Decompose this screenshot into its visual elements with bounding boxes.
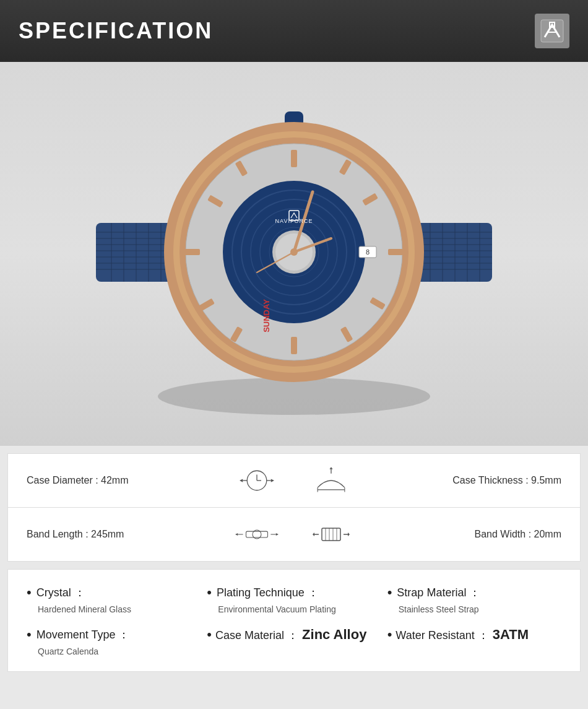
svg-point-64 (290, 248, 298, 256)
feature-water-resistant-value: 3ATM (493, 627, 529, 643)
feature-movement-value: Quartz Calenda (27, 646, 201, 656)
svg-rect-82 (246, 531, 268, 537)
case-diameter-icon (220, 465, 294, 496)
specs-row-case: Case Diameter : 42mm (8, 454, 580, 508)
svg-rect-51 (388, 249, 405, 255)
feature-plating: Plating Technique ： Environmental Vacuum… (207, 585, 381, 614)
svg-marker-74 (271, 479, 274, 482)
feature-movement: Movement Type ： Quartz Calenda (27, 627, 201, 656)
feature-plating-title: Plating Technique ： (207, 585, 381, 601)
features-section: Crystal ： Hardened Mineral Glass Plating… (7, 569, 581, 672)
case-thickness-item: Case Thickness : 9.5mm (368, 475, 561, 486)
svg-marker-87 (276, 533, 279, 536)
svg-marker-85 (235, 533, 238, 536)
svg-rect-88 (322, 528, 340, 541)
svg-rect-52 (183, 249, 200, 255)
brand-logo (535, 14, 569, 48)
feature-crystal-title: Crystal ： (27, 585, 201, 601)
feature-movement-title: Movement Type ： (27, 627, 201, 643)
feature-strap-title: Strap Material ： (387, 585, 561, 601)
feature-plating-value: Environmental Vacuum Plating (207, 604, 381, 614)
svg-text:NAVIFORCE: NAVIFORCE (275, 218, 313, 224)
svg-text:SUNDAY: SUNDAY (262, 299, 271, 333)
band-length-item: Band Length : 245mm (27, 529, 220, 540)
feature-water-resistant: Water Resistant ： 3ATM (387, 627, 561, 656)
band-width-label: Band Width : 20mm (475, 529, 562, 540)
feature-case-material-value: Zinc Alloy (302, 627, 366, 643)
feature-case-material: Case Material ： Zinc Alloy (207, 627, 381, 656)
specs-row-band: Band Length : 245mm (8, 508, 580, 561)
svg-text:8: 8 (366, 248, 370, 256)
feature-crystal: Crystal ： Hardened Mineral Glass (27, 585, 201, 614)
page-title: SPECIFICATION (19, 18, 213, 44)
case-thickness-label: Case Thickness : 9.5mm (452, 475, 561, 486)
features-grid: Crystal ： Hardened Mineral Glass Plating… (27, 585, 561, 656)
svg-point-2 (158, 378, 430, 415)
case-diameter-label: Case Diameter : 42mm (27, 475, 129, 486)
feature-strap-value: Stainless Steel Strap (387, 604, 561, 614)
band-width-icon (294, 519, 368, 550)
watch-illustration: 8 SUNDAY NAVIFORCE (77, 74, 511, 433)
feature-water-resistant-title: Water Resistant ： 3ATM (387, 627, 561, 643)
svg-rect-49 (291, 150, 297, 167)
svg-marker-78 (329, 467, 332, 469)
svg-rect-50 (291, 337, 297, 354)
watch-image-area: 8 SUNDAY NAVIFORCE (0, 62, 588, 446)
svg-marker-90 (313, 533, 314, 536)
case-thickness-icon (294, 465, 368, 496)
feature-strap: Strap Material ： Stainless Steel Strap (387, 585, 561, 614)
svg-marker-72 (240, 479, 243, 482)
feature-case-material-title: Case Material ： Zinc Alloy (207, 627, 381, 643)
svg-marker-92 (348, 533, 350, 536)
band-length-label: Band Length : 245mm (27, 529, 124, 540)
case-diameter-item: Case Diameter : 42mm (27, 475, 220, 486)
header: SPECIFICATION (0, 0, 588, 62)
band-length-icon (220, 519, 294, 550)
band-width-item: Band Width : 20mm (368, 529, 561, 540)
specs-section: Case Diameter : 42mm (7, 453, 581, 562)
feature-crystal-value: Hardened Mineral Glass (27, 604, 201, 614)
